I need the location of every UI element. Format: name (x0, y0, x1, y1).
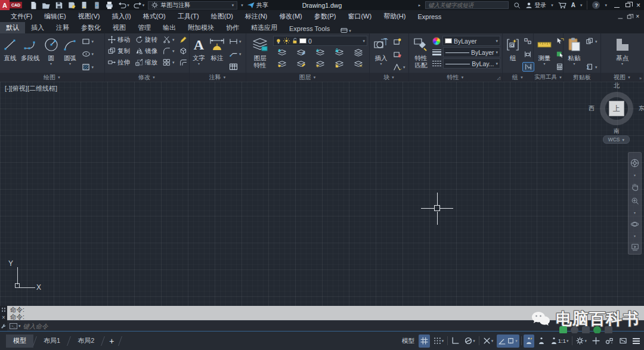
ribbon-expand-icon[interactable]: » (639, 76, 642, 80)
tab-parametric[interactable]: 参数化 (75, 22, 107, 33)
minimize-button[interactable] (614, 7, 620, 8)
new-file-button[interactable] (29, 1, 38, 10)
share-view-button[interactable] (93, 1, 101, 10)
base-flyout[interactable]: ▾ (621, 62, 623, 66)
layer-lock-tool[interactable] (330, 47, 348, 57)
tool-offset[interactable] (178, 58, 190, 67)
grid-display-toggle[interactable] (419, 334, 430, 348)
menu-help[interactable]: 帮助(H) (377, 12, 411, 21)
zoom-dropdown[interactable]: ▾ (634, 210, 636, 215)
insert-flyout[interactable]: ▾ (380, 62, 382, 66)
tool-mirror[interactable]: 镜像 (134, 47, 162, 56)
workspace-selector[interactable]: 草图与注释 ▾ (148, 1, 237, 10)
menu-draw[interactable]: 绘图(D) (205, 12, 239, 21)
layer-unisolate-tool[interactable] (292, 58, 311, 69)
new-layout-button[interactable]: + (104, 336, 119, 346)
wcs-selector[interactable]: WCS▾ (603, 135, 630, 144)
tab-featured-apps[interactable]: 精选应用 (245, 22, 283, 33)
tool-circle[interactable]: 圆 ▾ (42, 35, 60, 73)
panel-title-clipboard[interactable]: 剪贴板 (564, 73, 600, 82)
tool-paste[interactable]: 粘贴 ▾ (565, 35, 583, 73)
tab-express-tools[interactable]: Express Tools (283, 24, 336, 33)
tool-match-properties[interactable]: 特性匹配 (411, 35, 431, 73)
orbit-dropdown[interactable]: ▾ (634, 234, 636, 238)
snap-tracking-toggle[interactable]: ▾ (481, 334, 496, 348)
sign-in-dropdown[interactable]: ▾ (551, 3, 553, 7)
autocad-logo[interactable]: A CAD (0, 0, 22, 10)
tab-collaborate[interactable]: 协作 (220, 22, 245, 33)
viewcube-north[interactable]: 北 (614, 82, 620, 90)
properties-dialog-launcher[interactable]: ◿ (497, 76, 500, 80)
tab-home[interactable]: 默认 (0, 22, 25, 33)
tool-edit-block[interactable] (392, 49, 407, 59)
menu-modify[interactable]: 修改(M) (273, 12, 308, 21)
panel-title-block[interactable]: 块▼ (370, 73, 408, 82)
annotation-monitor-toggle[interactable] (590, 334, 602, 348)
autodesk-apps-button[interactable]: A (571, 2, 575, 8)
orbit-icon[interactable] (630, 220, 639, 228)
open-file-button[interactable] (42, 1, 51, 10)
linetype-selector[interactable]: ByLay... ▾ (443, 58, 500, 69)
tab-manage[interactable]: 管理 (132, 22, 157, 33)
tool-base-point[interactable]: 基点 ▾ (613, 35, 632, 73)
tool-measure[interactable]: 测量 ▾ (535, 35, 553, 73)
layer-unlock-tool[interactable] (330, 58, 348, 69)
command-history[interactable]: 命令: 命令: (7, 306, 644, 320)
tool-layer-properties[interactable]: 图层特性 (248, 35, 272, 73)
tool-define-attributes[interactable]: ▾ (392, 62, 407, 72)
workspace-dropdown-icon[interactable]: ▾ (232, 3, 234, 7)
isolate-objects-toggle[interactable] (603, 334, 615, 348)
restore-button[interactable] (626, 3, 630, 7)
tool-create-block[interactable] (392, 36, 407, 46)
help-search-field[interactable] (425, 1, 509, 9)
isometric-drafting-toggle[interactable]: ▾ (463, 334, 477, 348)
text-flyout[interactable]: ▾ (198, 62, 200, 66)
layer-prev-tool[interactable] (349, 58, 367, 69)
tool-copy[interactable]: 复制 (107, 47, 134, 56)
doc-minimize-button[interactable] (618, 18, 623, 18)
layer-off-tool[interactable] (273, 47, 292, 57)
tool-group-edit[interactable] (522, 49, 534, 59)
tool-ellipse[interactable]: ▾ (80, 49, 95, 59)
redo-dropdown[interactable]: ▾ (143, 3, 145, 7)
sign-in-button[interactable]: 登录 (525, 1, 546, 10)
object-color-selector[interactable]: ByLayer ▾ (442, 36, 500, 46)
save-as-button[interactable] (67, 1, 76, 10)
qat-customize-dropdown[interactable]: ▾ (241, 3, 243, 7)
tab-layout2[interactable]: 布局2 (70, 334, 101, 348)
viewcube-top-face[interactable]: 上 (609, 101, 624, 116)
tool-rotate[interactable]: 旋转 (134, 35, 162, 45)
steering-wheel-icon[interactable] (630, 159, 639, 168)
tab-model[interactable]: 模型 (6, 334, 33, 348)
paste-flyout[interactable]: ▾ (573, 62, 575, 66)
print-button[interactable] (105, 1, 114, 10)
panel-title-properties[interactable]: 特性▼◿ (409, 73, 502, 82)
tool-erase[interactable] (178, 35, 190, 44)
tool-group[interactable]: 组 (504, 35, 521, 73)
command-drag-grip[interactable] (1, 307, 6, 312)
ortho-mode-toggle[interactable] (450, 334, 461, 348)
panel-title-view[interactable]: 视图▼» (601, 73, 643, 82)
menu-tools[interactable]: 工具(T) (172, 12, 205, 21)
tool-cut-clip[interactable]: ▾ (584, 62, 599, 72)
command-input-row[interactable]: >_▾ (7, 320, 644, 331)
tool-hatch[interactable]: ▾ (80, 62, 95, 72)
command-close-icon[interactable]: × (2, 315, 5, 321)
panel-title-annotation[interactable]: 注释▼ (190, 73, 246, 82)
doc-close-button[interactable]: × (636, 13, 639, 19)
menu-window[interactable]: 窗口(W) (342, 12, 377, 21)
lineweight-icon[interactable] (432, 49, 441, 55)
showmotion-icon[interactable] (631, 243, 639, 251)
layer-make-current-tool[interactable] (292, 47, 311, 57)
share-button[interactable]: 共享 (247, 1, 268, 10)
tool-insert-block[interactable]: 插入 ▾ (371, 35, 391, 73)
viewcube-south[interactable]: 南 (614, 127, 620, 135)
tab-view[interactable]: 视图 (107, 22, 132, 33)
menu-insert[interactable]: 插入(I) (106, 12, 137, 21)
menu-format[interactable]: 格式(O) (137, 12, 172, 21)
autocad-a-icon[interactable]: A (0, 0, 10, 10)
snap-mode-toggle[interactable]: ▾ (432, 334, 446, 348)
annotation-scale-selector[interactable]: 1:1▾ (549, 334, 571, 348)
annotation-autoscale-toggle[interactable] (536, 334, 547, 348)
tab-layout1[interactable]: 布局1 (36, 334, 67, 348)
